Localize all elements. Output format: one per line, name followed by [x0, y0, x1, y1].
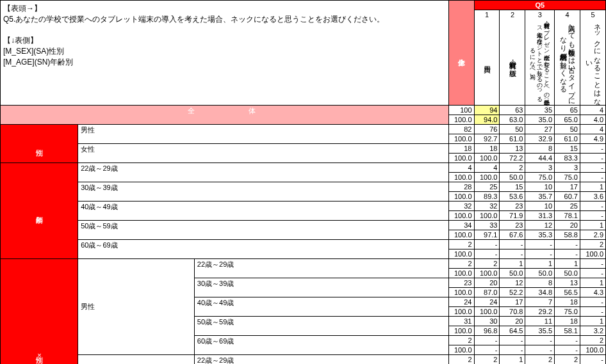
col-5: 5ネックになることはない [580, 10, 606, 104]
total-row-n: 全 体 100 94 63 35 65 4 [1, 106, 606, 115]
label-female2: 女性 [78, 355, 195, 365]
col-1: 1費用 [474, 10, 500, 104]
side-sex: 性別 [1, 125, 78, 163]
side-age: 年齢別 [1, 163, 78, 259]
zentai-header: 全体 [448, 1, 474, 106]
label-male: 男性 [78, 125, 448, 144]
crosstab-table: 【表頭→】 Q5.あなたの学校で授業へのタブレット端末の導入を考えた場合、ネック… [0, 0, 606, 364]
side-sexage: 性別×年齢別 [1, 259, 78, 365]
q5-header: Q5 [474, 1, 606, 10]
description-cell: 【表頭→】 Q5.あなたの学校で授業へのタブレット端末の導入を考えた場合、ネック… [1, 1, 449, 106]
col-4: 4購入しても数年後には古いタイプになり継続利用が難しくなる [555, 10, 580, 104]
total-label: 全 体 [1, 106, 449, 125]
sex-male-n: 性別 男性 82765027504 [1, 125, 606, 134]
label-male2: 男性 [78, 259, 195, 355]
col-2: 2教材・資料の版権 [500, 10, 525, 104]
col-3: 3教材・資料のプレゼン概念が変わることへの懸念（紙ベース端末と様々なジトとで一致… [525, 10, 555, 104]
label-female: 女性 [78, 144, 448, 163]
sex-female-n: 女性 181813815- [1, 144, 606, 154]
